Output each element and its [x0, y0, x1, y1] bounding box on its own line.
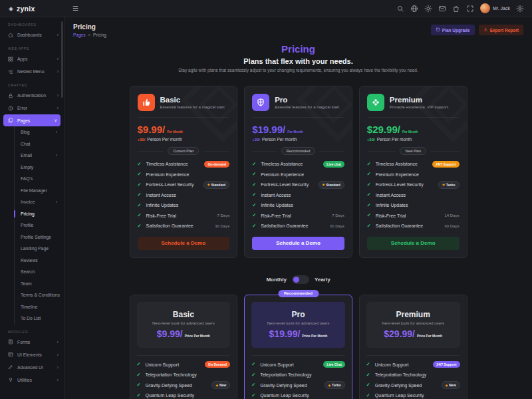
check-icon: ✓ — [367, 172, 372, 177]
sidebar-subitem[interactable]: Empty — [15, 162, 64, 174]
schedule-demo-button[interactable]: Schedule a Demo — [252, 237, 344, 250]
feature-label: Risk-Free Trial — [376, 213, 445, 218]
sidebar-item-wrap: Dashboards › — [0, 29, 64, 41]
plan-upgrade-label: Plan Upgrade — [442, 28, 470, 33]
sidebar-subitem[interactable]: Profile Settings — [15, 231, 64, 243]
sidebar-subitem[interactable]: Search — [15, 266, 64, 278]
sidebar-subitem[interactable]: Timeline — [15, 301, 64, 313]
sidebar-subitem[interactable]: File Manager — [15, 185, 64, 197]
feature-row: ✓ Gravity-Defying Speed ◆ New — [366, 380, 460, 391]
user-menu[interactable]: Mr. Jack — [480, 3, 510, 13]
sidebar-subitem[interactable]: To Do List — [15, 313, 64, 325]
comparison-period: Price Per Month — [417, 334, 442, 338]
sidebar-scrollbar[interactable] — [61, 21, 63, 98]
fullscreen-icon[interactable] — [466, 5, 474, 13]
chevron-icon: › — [56, 130, 57, 134]
feature-meta: 7 Days — [332, 213, 344, 217]
billing-toggle-switch[interactable] — [292, 275, 309, 284]
sidebar-item[interactable]: Authentication › — [0, 89, 64, 102]
search-icon[interactable] — [396, 5, 404, 13]
sidebar-item[interactable]: UI Elements › — [0, 348, 64, 361]
plan-extra-label: Person Per month — [147, 137, 182, 142]
sidebar-subitem-label: Profile — [21, 223, 57, 227]
hero: Pricing Plans that flex with your needs.… — [65, 43, 532, 72]
feature-badge: 24/7 Support — [433, 361, 460, 368]
feature-row: ✓ Timeless Assistance Live chat — [252, 159, 344, 170]
feature-row: ✓ Unicorn Support On Demand — [137, 360, 231, 370]
feature-meta: 60 Days — [445, 224, 460, 228]
schedule-demo-button[interactable]: Schedule a Demo — [138, 237, 230, 250]
feature-label: Premium Experience — [146, 172, 230, 177]
plan-upgrade-button[interactable]: Plan Upgrade — [431, 25, 475, 35]
menu-toggle-icon[interactable]: ☰ — [72, 5, 78, 12]
sidebar-subitem-label: Profile Settings — [21, 235, 57, 239]
sidebar-subitem[interactable]: Profile — [15, 219, 64, 231]
cart-icon[interactable] — [452, 5, 460, 13]
check-icon: ✓ — [251, 393, 257, 398]
sidebar-subitem[interactable]: Blog › — [15, 126, 64, 138]
billing-toggle-row: Monthly Yearly — [65, 275, 532, 284]
hero-subtitle: Plans that flex with your needs. — [65, 57, 532, 65]
comparison-card: Recommended Pro Next-level tools for adv… — [244, 295, 352, 399]
logo[interactable]: ◈ zynix — [0, 5, 65, 13]
language-icon[interactable] — [410, 5, 418, 13]
check-icon: ✓ — [367, 203, 372, 208]
chevron-icon: › — [57, 57, 59, 61]
comparison-row: Basic Next-level tools for advanced user… — [130, 295, 467, 399]
sidebar-subitem[interactable]: Email › — [15, 150, 64, 162]
check-icon: ✓ — [252, 172, 257, 177]
plan-extra-price: +20/ — [252, 138, 260, 142]
sidebar-item-wrap: Apps › — [0, 53, 64, 65]
comparison-price: $29.99/ — [384, 329, 415, 339]
feature-row: ✓ Gravity-Defying Speed ◆ New — [137, 380, 231, 391]
feature-badge: ◆ Turbo — [438, 181, 459, 189]
nav-icon — [8, 352, 13, 357]
check-icon: ✓ — [137, 393, 142, 398]
sidebar-item[interactable]: Advanced UI › — [0, 361, 64, 374]
sidebar-item[interactable]: Nested Menu › — [0, 65, 64, 78]
breadcrumb-parent[interactable]: Pages — [73, 33, 85, 37]
check-icon: ✓ — [366, 362, 372, 367]
chevron-icon: ∨ — [54, 118, 57, 123]
check-icon: ✓ — [252, 223, 257, 229]
plan-tagline: Essential features for a magical start — [275, 105, 339, 109]
plan-card: Pro Essential features for a magical sta… — [244, 86, 352, 258]
sidebar-subitem[interactable]: Invoice › — [15, 196, 64, 208]
feature-badge: ◆ Turbo — [325, 381, 345, 389]
export-report-label: Export Report — [490, 28, 519, 33]
sidebar-item-wrap: Error › — [0, 102, 64, 114]
feature-badge-label: New — [449, 383, 456, 387]
sidebar-item[interactable]: Forms › — [0, 336, 64, 348]
divider — [366, 355, 460, 356]
sidebar-item[interactable]: Error › — [0, 102, 64, 114]
feature-label: Gravity-Defying Speed — [260, 383, 324, 388]
sidebar-subitem-label: Team — [21, 281, 57, 286]
sidebar-subitem[interactable]: Team — [15, 278, 64, 290]
sidebar-subitem[interactable]: Reviews — [15, 255, 64, 267]
theme-toggle-icon[interactable] — [424, 5, 432, 13]
page-header-actions: Plan Upgrade Export Report — [431, 25, 523, 35]
sidebar-subitem[interactable]: Landing Page — [15, 243, 64, 255]
mail-icon[interactable] — [438, 5, 446, 13]
sidebar-subitem[interactable]: Terms & Conditions — [15, 289, 64, 301]
plan-tagline: Pinnacle excellence, VIP support. — [390, 105, 449, 109]
schedule-demo-button[interactable]: Schedule a Demo — [367, 237, 460, 250]
sidebar-item[interactable]: Apps › — [0, 53, 64, 65]
feature-badge: ◆ New — [442, 381, 460, 389]
sidebar-item[interactable]: Pages ∨ — [3, 114, 61, 126]
plan-price-row: $29.99/ Per Month — [367, 124, 460, 135]
sidebar-subitem[interactable]: Pricing — [15, 208, 64, 220]
feature-badge: Live Chat — [323, 361, 345, 368]
sidebar-subitem[interactable]: FAQ's — [15, 173, 64, 185]
export-report-button[interactable]: Export Report — [479, 25, 523, 35]
check-icon: ✓ — [138, 182, 143, 188]
settings-gear-icon[interactable] — [516, 5, 524, 13]
check-icon: ✓ — [252, 213, 257, 218]
feature-row: ✓ Risk-Free Trial 14 Days — [367, 211, 460, 221]
sidebar-item[interactable]: Utilities › — [0, 374, 64, 386]
feature-row: ✓ Premium Experience — [367, 170, 460, 180]
sidebar-item[interactable]: Dashboards › — [0, 29, 64, 41]
chevron-icon: › — [57, 33, 59, 37]
sidebar-subitem[interactable]: Chat — [15, 138, 64, 150]
sidebar-item-wrap: Forms › — [0, 336, 64, 348]
